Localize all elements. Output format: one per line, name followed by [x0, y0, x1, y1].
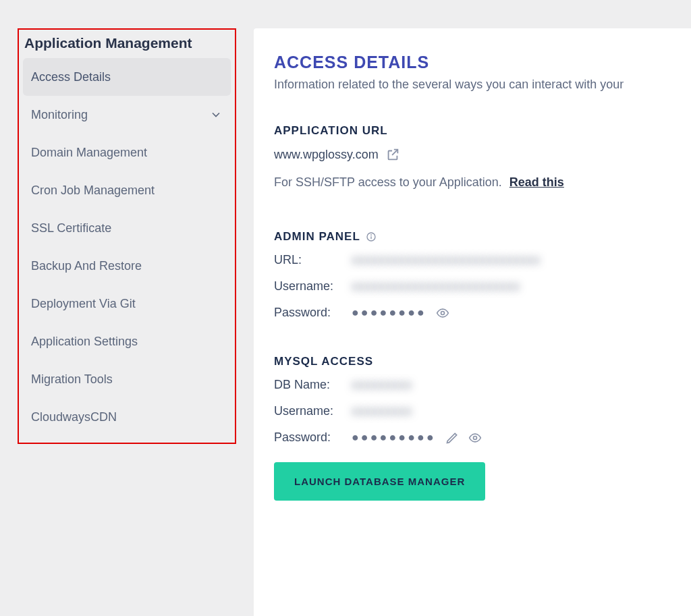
sidebar-item-cdn[interactable]: CloudwaysCDN	[23, 398, 231, 436]
launch-db-manager-button[interactable]: LAUNCH DATABASE MANAGER	[274, 462, 485, 501]
admin-username-value: xxxxxxxxxxxxxxxxxxxxxxxxx	[352, 279, 520, 293]
sidebar-item-label: Access Details	[31, 70, 111, 84]
read-this-link[interactable]: Read this	[509, 175, 564, 189]
mysql-password-masked: ●●●●●●●●●	[352, 430, 436, 445]
page-title: ACCESS DETAILS	[274, 53, 676, 72]
sidebar-item-label: Application Settings	[31, 335, 138, 349]
sidebar-item-migration[interactable]: Migration Tools	[23, 360, 231, 398]
admin-password-key: Password:	[274, 306, 352, 320]
pencil-icon[interactable]	[445, 431, 459, 445]
section-admin-title: ADMIN PANEL	[274, 230, 676, 244]
admin-url-value: xxxxxxxxxxxxxxxxxxxxxxxxxxxx	[352, 253, 541, 267]
sidebar-item-label: Monitoring	[31, 108, 88, 122]
mysql-db-key: DB Name:	[274, 378, 352, 392]
svg-point-3	[441, 311, 444, 314]
mysql-db-value: xxxxxxxxx	[352, 378, 412, 392]
chevron-down-icon	[209, 108, 223, 121]
external-link-icon[interactable]	[385, 147, 400, 162]
section-title-label: MYSQL ACCESS	[274, 355, 373, 368]
sidebar-item-domain-management[interactable]: Domain Management	[23, 134, 231, 171]
sidebar-item-label: SSL Certificate	[31, 221, 111, 235]
sidebar-item-label: Deployment Via Git	[31, 297, 136, 311]
sidebar-item-label: Cron Job Management	[31, 184, 155, 198]
sidebar-title: Application Management	[23, 34, 231, 58]
app-url-value: www.wpglossy.com	[274, 148, 379, 162]
admin-password-masked: ●●●●●●●●	[352, 306, 426, 320]
svg-point-2	[370, 235, 371, 235]
sidebar-item-ssl[interactable]: SSL Certificate	[23, 209, 231, 247]
sidebar-item-label: Migration Tools	[31, 372, 113, 387]
sidebar: Application Management Access Details Mo…	[18, 28, 236, 444]
mysql-password-key: Password:	[274, 430, 352, 445]
sidebar-item-label: CloudwaysCDN	[31, 410, 117, 424]
section-title-label: APPLICATION URL	[274, 124, 388, 138]
admin-url-key: URL:	[274, 253, 352, 267]
sidebar-item-git[interactable]: Deployment Via Git	[23, 285, 231, 323]
sidebar-item-monitoring[interactable]: Monitoring	[23, 96, 231, 134]
page-subtitle: Information related to the several ways …	[274, 78, 676, 92]
ssh-note: For SSH/SFTP access to your Application.…	[274, 175, 676, 190]
mysql-username-value: xxxxxxxxx	[352, 404, 412, 418]
info-icon[interactable]	[366, 231, 377, 242]
section-mysql-title: MYSQL ACCESS	[274, 355, 676, 368]
section-title-label: ADMIN PANEL	[274, 230, 360, 244]
ssh-note-text: For SSH/SFTP access to your Application.	[274, 175, 502, 189]
mysql-username-key: Username:	[274, 404, 352, 418]
svg-point-4	[473, 436, 476, 439]
admin-username-key: Username:	[274, 279, 352, 293]
sidebar-item-cron-job[interactable]: Cron Job Management	[23, 171, 231, 209]
eye-icon[interactable]	[468, 431, 482, 445]
section-app-url-title: APPLICATION URL	[274, 124, 676, 138]
sidebar-item-backup[interactable]: Backup And Restore	[23, 247, 231, 285]
eye-icon[interactable]	[436, 306, 449, 320]
main-panel: ACCESS DETAILS Information related to th…	[254, 28, 691, 616]
sidebar-item-label: Backup And Restore	[31, 259, 142, 273]
sidebar-item-app-settings[interactable]: Application Settings	[23, 323, 231, 360]
sidebar-item-label: Domain Management	[31, 146, 147, 160]
sidebar-item-access-details[interactable]: Access Details	[23, 58, 231, 96]
